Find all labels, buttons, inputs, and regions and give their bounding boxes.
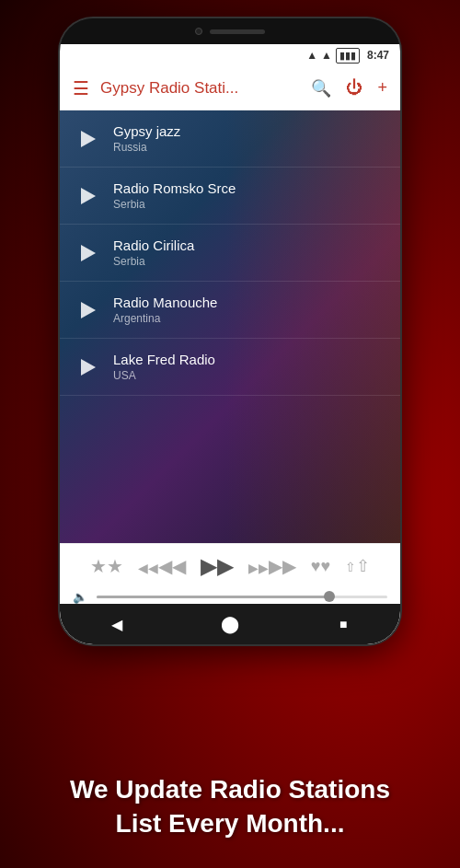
station-name-1: Gypsy jazz (113, 123, 387, 139)
station-country-4: Argentina (113, 312, 387, 325)
front-camera (195, 28, 202, 35)
station-name-4: Radio Manouche (113, 295, 387, 310)
content-area: Gypsy jazz Russia Radio Romsko Srce Serb… (60, 110, 400, 543)
phone-frame: ▲ ▲ ▮▮▮ 8:47 ☰ Gypsy Radio Stati... 🔍 ⏻ … (60, 18, 400, 644)
list-item[interactable]: Lake Fred Radio USA (60, 339, 400, 396)
footer-line1: We Update Radio Stations (70, 775, 390, 804)
status-bar: ▲ ▲ ▮▮▮ 8:47 (60, 44, 400, 66)
earpiece-speaker (210, 29, 265, 34)
play-button-3[interactable] (73, 239, 100, 267)
station-info-4: Radio Manouche Argentina (113, 295, 387, 325)
volume-row (73, 588, 387, 605)
recents-button[interactable] (334, 615, 352, 633)
volume-track[interactable] (97, 596, 387, 598)
phone-nav-bar (60, 604, 400, 644)
like-button[interactable]: ♥ (311, 557, 330, 576)
play-button-5[interactable] (73, 353, 100, 381)
status-time: 8:47 (367, 49, 389, 62)
station-info-2: Radio Romsko Srce Serbia (113, 180, 387, 211)
list-item[interactable]: Radio Manouche Argentina (60, 282, 400, 339)
menu-icon[interactable]: ☰ (73, 77, 89, 99)
volume-fill (97, 596, 329, 598)
station-country-2: Serbia (113, 198, 387, 211)
search-button[interactable]: 🔍 (311, 78, 331, 98)
station-name-2: Radio Romsko Srce (113, 180, 387, 196)
play-pause-button[interactable]: ▶ (201, 553, 234, 579)
station-country-1: Russia (113, 141, 387, 154)
footer-text: We Update Radio Stations List Every Mont… (0, 773, 460, 840)
rewind-button[interactable]: ◀◀ (138, 555, 186, 577)
list-item[interactable]: Gypsy jazz Russia (60, 110, 400, 168)
app-bar: ☰ Gypsy Radio Stati... 🔍 ⏻ + (60, 66, 400, 110)
station-info-3: Radio Cirilica Serbia (113, 237, 387, 268)
list-item[interactable]: Radio Romsko Srce Serbia (60, 168, 400, 225)
battery-icon: ▮▮▮ (336, 48, 360, 64)
player-controls: ★ ◀◀ ▶ ▶▶ ♥ ⇧ (73, 553, 387, 579)
play-button-4[interactable] (73, 296, 100, 324)
power-button[interactable]: ⏻ (346, 78, 362, 98)
station-info-5: Lake Fred Radio USA (113, 352, 387, 382)
app-title: Gypsy Radio Stati... (100, 79, 296, 98)
station-info-1: Gypsy jazz Russia (113, 123, 387, 154)
station-name-5: Lake Fred Radio (113, 352, 387, 367)
star-button[interactable]: ★ (90, 555, 123, 577)
list-item[interactable]: Radio Cirilica Serbia (60, 225, 400, 282)
radio-station-list: Gypsy jazz Russia Radio Romsko Srce Serb… (60, 110, 400, 543)
play-button-1[interactable] (73, 125, 100, 153)
home-button[interactable] (221, 615, 239, 633)
station-country-3: Serbia (113, 255, 387, 268)
back-button[interactable] (108, 615, 126, 633)
share-button[interactable]: ⇧ (345, 556, 370, 576)
add-button[interactable]: + (377, 78, 387, 98)
forward-button[interactable]: ▶▶ (248, 555, 296, 577)
play-button-2[interactable] (73, 182, 100, 210)
footer-line2: List Every Month... (116, 809, 345, 838)
volume-thumb[interactable] (324, 591, 335, 602)
station-country-5: USA (113, 369, 387, 382)
signal-icon: ▲ (306, 49, 317, 62)
wifi-icon: ▲ (321, 49, 332, 62)
phone-top-bar (60, 18, 400, 44)
station-name-3: Radio Cirilica (113, 237, 387, 253)
volume-icon (73, 588, 87, 605)
